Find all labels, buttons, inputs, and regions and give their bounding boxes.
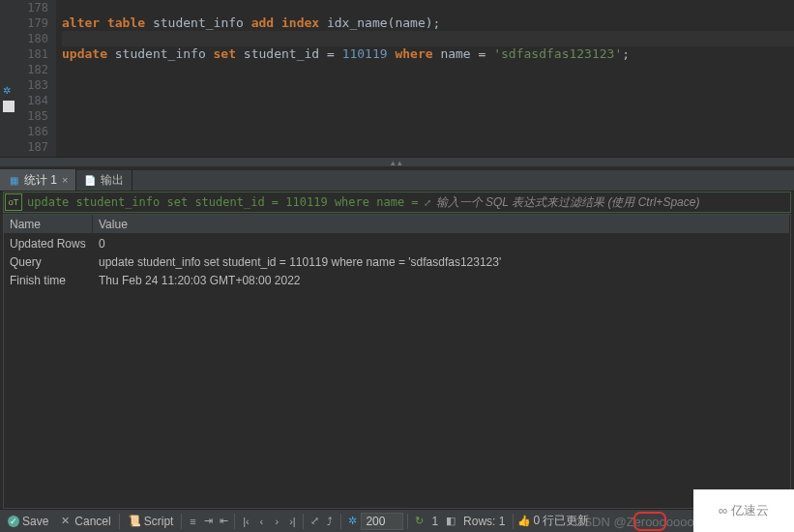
align-left-icon[interactable]: ≡ [186, 515, 199, 528]
table-row[interactable]: Finish timeThu Feb 24 11:20:03 GMT+08:00… [4, 271, 790, 289]
separator [234, 514, 235, 529]
rows-count-label: Rows: 1 [459, 515, 509, 528]
separator [407, 514, 408, 529]
x-icon: ✕ [58, 515, 72, 528]
tab-statistics[interactable]: ▦ 统计 1 × [0, 169, 76, 191]
line-number-gutter: 178179180181182183184185186187 [17, 0, 56, 166]
page-icon: 📄 [84, 174, 96, 186]
rows-updated-label: 0 行已更新 [533, 513, 589, 529]
last-page-icon[interactable]: ›| [285, 515, 299, 528]
separator [340, 514, 341, 529]
separator [513, 514, 514, 529]
next-page-icon[interactable]: › [270, 515, 283, 528]
first-page-icon[interactable]: |‹ [239, 515, 252, 528]
page-size-input[interactable] [361, 513, 403, 530]
outdent-icon[interactable]: ⇤ [217, 515, 230, 528]
result-table: Name Value Updated Rows0Queryupdate stud… [3, 214, 791, 509]
cell-name: Updated Rows [4, 234, 93, 252]
script-label: Script [144, 515, 174, 528]
sql-badge-icon[interactable]: оТ [5, 193, 22, 211]
separator [181, 514, 182, 529]
column-header-value[interactable]: Value [93, 215, 790, 233]
cancel-label: Cancel [74, 515, 110, 528]
save-button[interactable]: ✓ Save [4, 512, 52, 531]
indent-icon[interactable]: ⇥ [201, 515, 215, 528]
gutter-doc-icon [3, 101, 15, 112]
gutter-icon-strip: ✲ [0, 0, 17, 166]
filter-query-text: update student_info set student_id = 110… [23, 195, 419, 209]
export-icon[interactable]: ⤴ [323, 515, 337, 528]
stop-icon[interactable]: ◧ [444, 515, 457, 528]
gutter-db2-icon [3, 132, 15, 143]
gutter-db-icon [3, 116, 15, 128]
page-indicator: 1 [427, 515, 442, 528]
script-icon: 📜 [128, 515, 141, 528]
check-icon: ✓ [8, 516, 19, 527]
script-button[interactable]: 📜 Script [124, 512, 178, 531]
tab-label: 统计 1 [24, 172, 57, 189]
cell-value: Thu Feb 24 11:20:03 GMT+08:00 2022 [93, 271, 790, 289]
cancel-button[interactable]: ✕ Cancel [54, 512, 114, 531]
status-bar: ✓ Save ✕ Cancel 📜 Script ≡ ⇥ ⇤ |‹ ‹ › ›|… [0, 509, 794, 532]
tab-output[interactable]: 📄 输出 [76, 169, 132, 191]
filter-input[interactable]: 输入一个 SQL 表达式来过滤结果 (使用 Ctrl+Space) [436, 194, 790, 211]
save-label: Save [22, 515, 48, 528]
table-header-row: Name Value [4, 215, 790, 234]
expand-icon[interactable]: ⤢ [419, 197, 436, 208]
cell-value: 0 [93, 234, 790, 252]
result-tabs: ▦ 统计 1 × 📄 输出 [0, 170, 794, 192]
table-row[interactable]: Queryupdate student_info set student_id … [4, 252, 790, 271]
table-row[interactable]: Updated Rows0 [4, 234, 790, 252]
cell-name: Query [4, 252, 93, 271]
info-icon: 👍 [517, 515, 531, 528]
tab-label: 输出 [101, 172, 124, 189]
filter-bar: оТ update student_info set student_id = … [3, 192, 791, 213]
column-header-name[interactable]: Name [4, 215, 93, 233]
refresh-icon[interactable]: ↻ [412, 515, 426, 528]
separator [119, 514, 120, 529]
cell-value: update student_info set student_id = 110… [93, 252, 790, 271]
sql-editor[interactable]: alter table student_info add index idx_n… [56, 0, 794, 166]
panel-splitter[interactable]: ▴▴ [0, 157, 794, 166]
separator [303, 514, 304, 529]
prev-page-icon[interactable]: ‹ [254, 515, 268, 528]
table-icon: ▦ [8, 174, 19, 186]
close-icon[interactable]: × [62, 174, 68, 186]
cell-name: Finish time [4, 271, 93, 289]
settings-icon[interactable]: ✲ [345, 515, 359, 528]
gutter-marker-icon: ✲ [3, 85, 15, 97]
expand-icon[interactable]: ⤢ [308, 515, 321, 528]
